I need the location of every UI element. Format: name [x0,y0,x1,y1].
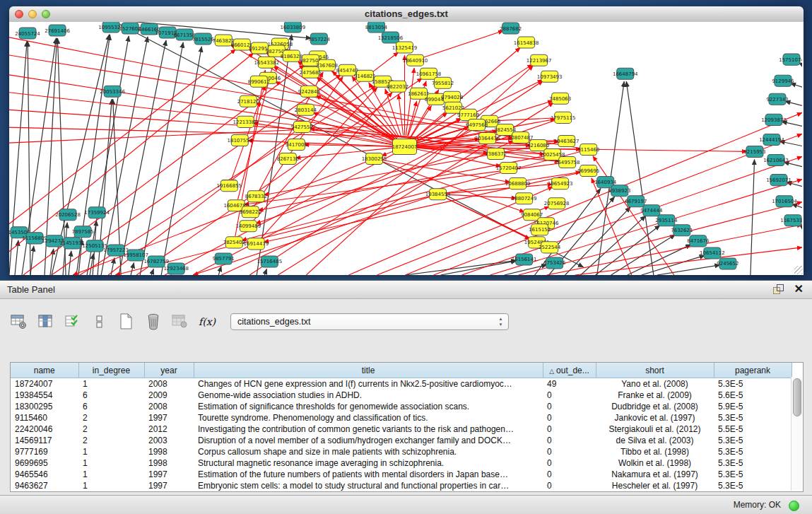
graph-node[interactable]: 16154838 [514,37,539,48]
table-scrollbar[interactable] [791,377,802,491]
graph-node[interactable]: 7897585 [72,226,94,238]
graph-node[interactable]: 12444194 [759,134,784,145]
graph-node[interactable]: 9227343 [766,93,788,105]
delete-column-icon[interactable] [144,313,163,331]
graph-node[interactable]: 20756928 [544,198,570,209]
column-header-short[interactable]: short [596,363,714,378]
graph-node[interactable]: 9822037 [387,81,408,92]
graph-node[interactable]: 27691406 [45,25,70,36]
graph-node[interactable]: 7386372 [485,148,507,159]
table-scrollbar-thumb[interactable] [793,378,801,416]
graph-node[interactable]: 17975115 [551,112,576,123]
graph-node[interactable]: 18300295 [362,153,387,165]
graph-node[interactable]: 14099489 [235,221,261,232]
graph-node[interactable]: 7485063 [549,93,571,104]
graph-node[interactable]: 16543382 [254,57,280,68]
graph-node[interactable]: 2718120 [237,95,259,107]
graph-node[interactable]: 10688809 [505,178,531,189]
network-graph[interactable]: 2405572427691406109553291527602646616010… [9,22,802,275]
table-row[interactable]: 2242004622012Investigating the contribut… [11,424,792,435]
graph-node[interactable]: 12213967 [526,54,552,66]
graph-node[interactable]: 7857224 [308,33,331,45]
graph-node[interactable]: 6497568 [466,119,488,130]
graph-node[interactable]: 6794028 [441,91,463,103]
graph-node[interactable]: 15720407 [496,163,522,174]
graph-node[interactable]: 9417005 [286,139,307,150]
table-row[interactable]: 946362711997Embryonic stem cells: a mode… [11,480,792,491]
graph-node[interactable]: 8813054 [365,22,388,33]
graph-node[interactable]: 15716485 [257,256,283,267]
graph-node[interactable]: 9242848 [298,86,320,97]
network-canvas[interactable]: 2405572427691406109553291527602646616010… [9,22,804,275]
table-row[interactable]: 1938455462009Genome-wide association stu… [11,390,792,401]
close-panel-icon[interactable]: ✕ [794,283,804,296]
graph-node[interactable]: 16156141 [512,254,537,265]
column-header-title[interactable]: title [194,363,543,378]
graph-node[interactable]: 9115460 [577,144,599,155]
graph-node[interactable]: 7955812 [432,77,454,88]
graph-node[interactable]: 2887682 [500,23,522,34]
graph-node[interactable]: 16914479 [244,238,269,250]
graph-node[interactable]: 12093872 [761,114,787,125]
graph-node[interactable]: 8938923 [608,185,630,197]
table-row[interactable]: 1830029562008Estimation of significance … [11,401,792,412]
graph-node[interactable]: 19166855 [216,180,242,192]
graph-node[interactable]: 9698222 [240,206,261,218]
graph-node[interactable]: 16210643 [763,155,789,166]
function-builder-icon[interactable]: f(x) [198,313,216,331]
column-visibility-icon[interactable] [37,313,55,331]
table-settings-icon[interactable] [10,313,28,331]
column-header-pagerank[interactable]: pagerank [714,363,792,378]
table-row[interactable]: 969969511998Structural magnetic resonanc… [11,457,792,469]
graph-node[interactable]: 1753426 [543,257,566,269]
graph-node[interactable]: 9129946 [772,75,794,86]
graph-node[interactable]: 20053346 [100,86,125,97]
graph-node[interactable]: 8990617 [248,76,270,87]
graph-node[interactable]: 2803144 [295,104,317,115]
row-options-icon[interactable] [90,313,109,331]
graph-node[interactable]: 2935114 [655,215,678,226]
column-header-name[interactable]: name [11,363,78,378]
graph-node[interactable]: 16033809 [281,22,306,33]
table-select[interactable]: citations_edges.txt ▲▼ [230,313,509,330]
table-row[interactable]: 911546021997Tourette syndrome. Phenomeno… [11,412,792,424]
table-row[interactable]: 1456911722003Disruption of a novel membe… [11,435,792,446]
column-header-year[interactable]: year [144,363,194,378]
graph-node[interactable]: 7825402 [223,237,245,248]
graph-node[interactable]: 9699695 [577,165,599,177]
graph-node[interactable]: 8678332 [245,191,267,202]
graph-node[interactable]: 9245652 [717,258,739,269]
new-column-icon[interactable] [117,313,136,331]
graph-node[interactable]: 17359924 [84,207,110,218]
graph-node[interactable]: 19463627 [554,135,579,146]
graph-node[interactable]: 8471676 [687,235,710,247]
table-row[interactable]: 977716911998Corpus callosum shape and si… [11,446,792,457]
graph-node[interactable]: 8267130 [277,153,299,165]
table-row[interactable]: 1872400712008Changes of HCN gene express… [11,378,792,390]
graph-node[interactable]: 9857791 [213,253,235,264]
graph-node[interactable]: 24055724 [15,28,40,39]
table-row[interactable]: 946554611997Estimation of the future num… [11,469,792,480]
select-all-columns-icon[interactable] [64,313,82,331]
graph-node[interactable]: 18807249 [512,193,537,204]
column-header-out_de[interactable]: △out_de... [543,363,596,378]
graph-node[interactable]: 6679197 [625,196,647,207]
graph-node[interactable]: 1615152 [529,224,551,235]
float-panel-icon[interactable] [772,284,784,295]
graph-node[interactable]: 7632621 [671,225,693,236]
delete-table-icon[interactable] [171,313,189,331]
graph-node[interactable]: 12213389 [233,116,258,127]
memory-status-icon[interactable] [789,501,799,511]
graph-node[interactable]: 18640910 [403,54,428,66]
graph-node[interactable]: 16648794 [613,68,638,79]
window-resize-grip[interactable] [794,266,803,274]
graph-node[interactable]: 18724007 [392,139,418,154]
graph-node[interactable]: 17016504 [772,196,797,207]
column-header-in_degree[interactable]: in_degree [78,363,144,378]
graph-node[interactable]: 15751074 [779,54,802,65]
graph-node[interactable]: 11675330 [780,215,802,226]
network-window[interactable]: citations_edges.txt 24055724276914061095… [9,6,804,275]
graph-node[interactable]: 7815526 [192,33,215,45]
graph-node[interactable]: 18107554 [227,134,252,146]
graph-node[interactable]: 2522544 [539,242,561,253]
